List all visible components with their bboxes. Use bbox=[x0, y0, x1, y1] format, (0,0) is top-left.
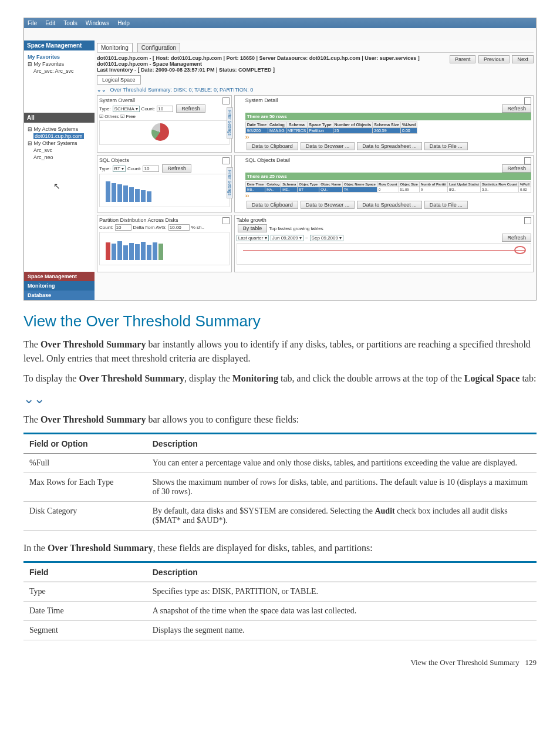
growth-chart bbox=[237, 243, 531, 265]
type-select[interactable]: SCHEMA ▾ bbox=[113, 106, 140, 112]
date2-select[interactable]: Sep 09,2009 ▾ bbox=[310, 235, 344, 241]
maximize-icon[interactable] bbox=[524, 97, 531, 104]
count-label: Count: bbox=[127, 166, 141, 171]
maximize-icon[interactable] bbox=[222, 97, 230, 104]
refresh-button[interactable]: Refresh bbox=[502, 164, 531, 173]
free-checkbox[interactable]: ☑ Free bbox=[120, 114, 136, 119]
row-count-bar: There are 50 rows bbox=[245, 113, 531, 120]
delta-input[interactable]: 10.00 bbox=[168, 224, 190, 231]
tree-other-systems[interactable]: ⊟ My Other Systems bbox=[28, 140, 91, 146]
menu-file[interactable]: File bbox=[28, 20, 37, 26]
paragraph-1: The Over Threshold Summary bar instantly… bbox=[23, 337, 537, 366]
others-checkbox[interactable]: ☑ Others bbox=[99, 114, 119, 119]
table-row[interactable]: 9/8..MA..ME..BTQU..TA051.0998/2..3.0..0.… bbox=[245, 187, 531, 193]
application-screenshot: File Edit Tools Windows Help Space Manag… bbox=[23, 18, 537, 301]
filter-settings-tab[interactable]: Filter Settings bbox=[227, 107, 233, 139]
data-to-spreadsheet-button[interactable]: Data to Spreadsheet ... bbox=[357, 201, 422, 209]
chevron-down-icon[interactable]: ⌄⌄ bbox=[97, 87, 106, 93]
sql-objects-detail-table: Date TimeCatalogSchemaObjec TypeObjec Na… bbox=[245, 181, 531, 193]
maximize-icon[interactable] bbox=[524, 217, 531, 224]
favorites-tree: My Favorites ⊟ My Favorites Arc_svc: Arc… bbox=[24, 50, 95, 77]
paragraph-4: In the Over Threshold Summary, these fie… bbox=[23, 541, 537, 555]
next-button[interactable]: Next bbox=[512, 55, 534, 63]
menu-windows[interactable]: Windows bbox=[86, 20, 110, 26]
main-tabs: Monitoring Configuration bbox=[97, 43, 534, 53]
panel-title: System Overall bbox=[99, 97, 230, 103]
data-to-file-button[interactable]: Data to File ... bbox=[424, 142, 468, 150]
cursor-icon: ↖ bbox=[53, 181, 60, 191]
tab-logical-space[interactable]: Logical Space bbox=[97, 75, 141, 85]
previous-button[interactable]: Previous bbox=[478, 55, 510, 63]
row-count-bar: There are 25 rows bbox=[245, 173, 531, 180]
maximize-icon[interactable] bbox=[222, 217, 230, 224]
tree-item-arc-svc[interactable]: Arc_svc: Arc_svc bbox=[28, 68, 91, 74]
table-row: Disk CategoryBy default, data disks and … bbox=[23, 502, 537, 531]
panel-system-overall: System Overall Type: SCHEMA ▾ Count: 10 … bbox=[97, 95, 232, 153]
filter-settings-tab[interactable]: Filter Settings bbox=[227, 167, 233, 198]
data-to-clipboard-button[interactable]: Data to Clipboard bbox=[247, 142, 298, 150]
menu-help[interactable]: Help bbox=[117, 20, 130, 26]
tab-monitoring[interactable]: Monitoring bbox=[97, 43, 133, 52]
refresh-button[interactable]: Refresh bbox=[502, 104, 531, 113]
section-heading: View the Over Threshold Summary bbox=[23, 312, 537, 330]
subtitle: dot0101.cup.hp.com - Space Management bbox=[97, 61, 202, 67]
nav-space-management[interactable]: Space Management bbox=[24, 272, 95, 281]
menu-edit[interactable]: Edit bbox=[45, 20, 55, 26]
menu-bar: File Edit Tools Windows Help bbox=[24, 18, 536, 28]
table-header-field: Field or Option bbox=[23, 434, 147, 454]
type-select[interactable]: BT ▾ bbox=[113, 166, 126, 172]
count-input[interactable]: 10 bbox=[143, 166, 159, 172]
trend-line bbox=[243, 250, 525, 251]
bar-chart bbox=[99, 174, 230, 207]
parent-button[interactable]: Parent bbox=[450, 55, 476, 63]
field-option-table: Field or OptionDescription %FullYou can … bbox=[23, 433, 537, 531]
sidebar: Space Management My Favorites ⊟ My Favor… bbox=[24, 40, 95, 300]
tree-node-dot0101[interactable]: dot0101.cup.hp.com bbox=[33, 133, 84, 139]
data-to-clipboard-button[interactable]: Data to Clipboard bbox=[247, 201, 298, 209]
table-header-description: Description bbox=[147, 562, 537, 582]
refresh-button[interactable]: Refresh bbox=[502, 234, 531, 242]
refresh-button[interactable]: Refresh bbox=[162, 164, 191, 173]
tab-configuration[interactable]: Configuration bbox=[137, 43, 180, 52]
table-row[interactable]: 9/8/200MANAGMETRICSPartition25260.590.00 bbox=[245, 128, 417, 134]
nav-monitoring[interactable]: Monitoring bbox=[24, 281, 95, 291]
by-table-button[interactable]: By table bbox=[238, 224, 268, 232]
maximize-icon[interactable] bbox=[524, 157, 531, 164]
data-to-browser-button[interactable]: Data to Browser ... bbox=[301, 201, 355, 209]
nav-database[interactable]: Database bbox=[24, 291, 95, 300]
data-to-spreadsheet-button[interactable]: Data to Spreadsheet ... bbox=[357, 142, 422, 150]
expand-arrow-icon[interactable]: ›› bbox=[245, 193, 249, 199]
date1-select[interactable]: Jun 09,2009 ▾ bbox=[271, 235, 303, 241]
panels-grid: System Overall Type: SCHEMA ▾ Count: 10 … bbox=[97, 95, 534, 272]
count-input[interactable]: 10 bbox=[157, 106, 173, 112]
panel-title: System Detail bbox=[245, 97, 531, 103]
tree-other-arc-neo[interactable]: Arc_neo bbox=[28, 154, 91, 160]
system-detail-table: Date TimeCatalogSchemaSpace TypeNumber o… bbox=[245, 121, 418, 134]
panel-title: SQL Objects bbox=[99, 157, 230, 163]
last-quarter-select[interactable]: Last quarter ▾ bbox=[237, 235, 269, 241]
all-header: All bbox=[24, 113, 95, 123]
nav-buttons: Parent Previous Next bbox=[448, 55, 534, 63]
type-label: Type: bbox=[99, 166, 111, 171]
tree-item-favorites[interactable]: ⊟ My Favorites bbox=[28, 61, 91, 67]
panel-title: Partition Distribution Across Disks bbox=[99, 217, 230, 223]
data-to-file-button[interactable]: Data to File ... bbox=[424, 201, 468, 209]
expand-arrow-icon[interactable]: ›› bbox=[245, 134, 249, 140]
tree-active-systems[interactable]: ⊟ My Active Systems bbox=[28, 126, 91, 132]
count-label: Count: bbox=[141, 106, 156, 112]
table-row: %FullYou can enter a percentage value an… bbox=[23, 454, 537, 473]
count-input[interactable]: 10 bbox=[115, 224, 131, 231]
tree-other-arc-svc[interactable]: Arc_svc bbox=[28, 147, 91, 153]
over-threshold-summary-bar[interactable]: ⌄⌄ Over Threshold Summary: DISK: 0; TABL… bbox=[97, 87, 534, 93]
logical-space-tabbar: Logical Space bbox=[97, 75, 534, 85]
panel-sql-objects-detail: Filter Settings SQL Objects Detail Refre… bbox=[234, 155, 534, 212]
table-header-description: Description bbox=[147, 434, 537, 454]
maximize-icon[interactable] bbox=[222, 157, 230, 164]
page-footer: View the Over Threshold Summary 129 bbox=[23, 658, 537, 667]
main-area: Monitoring Configuration dot0101.cup.hp.… bbox=[95, 40, 536, 300]
refresh-button[interactable]: Refresh bbox=[176, 104, 205, 113]
partition-chart bbox=[99, 232, 230, 265]
data-to-browser-button[interactable]: Data to Browser ... bbox=[301, 142, 355, 150]
menu-tools[interactable]: Tools bbox=[63, 20, 77, 26]
paragraph-3: The Over Threshold Summary bar allows yo… bbox=[23, 413, 537, 427]
